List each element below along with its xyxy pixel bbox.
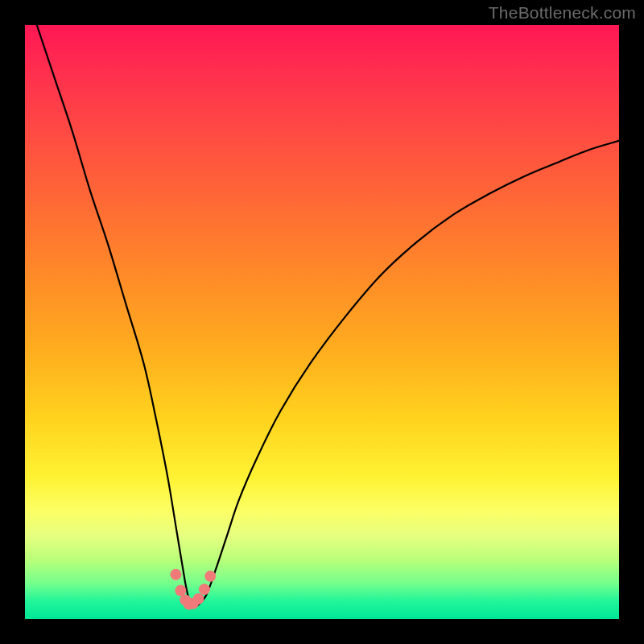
chart-stage: TheBottleneck.com (0, 0, 644, 644)
marker-dot (193, 593, 204, 605)
plot-area (25, 25, 619, 619)
watermark-text: TheBottleneck.com (489, 3, 636, 23)
marker-dot (170, 569, 181, 580)
marker-dot (199, 584, 210, 595)
marker-dots (25, 25, 619, 619)
marker-dot (204, 571, 216, 582)
